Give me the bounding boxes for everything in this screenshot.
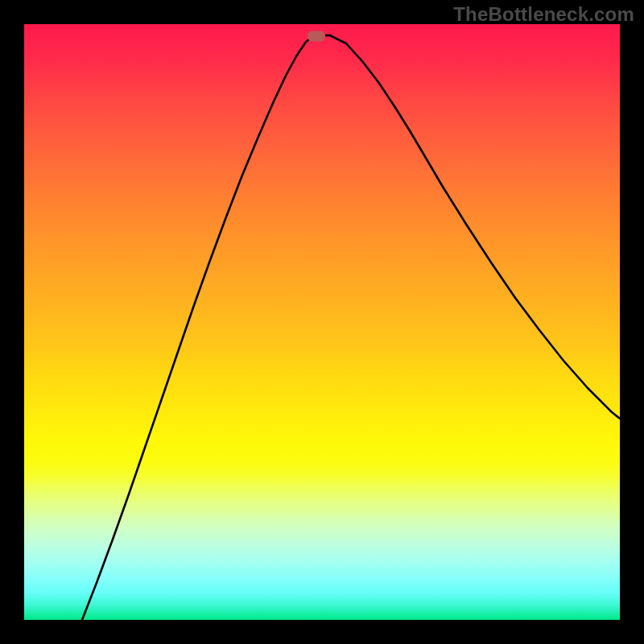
watermark-text: TheBottleneck.com — [453, 3, 634, 26]
chart-frame: TheBottleneck.com — [0, 0, 644, 644]
chart-svg — [24, 24, 620, 620]
minimum-marker — [308, 31, 325, 42]
bottleneck-curve — [82, 35, 620, 620]
chart-plot-area — [24, 24, 620, 620]
